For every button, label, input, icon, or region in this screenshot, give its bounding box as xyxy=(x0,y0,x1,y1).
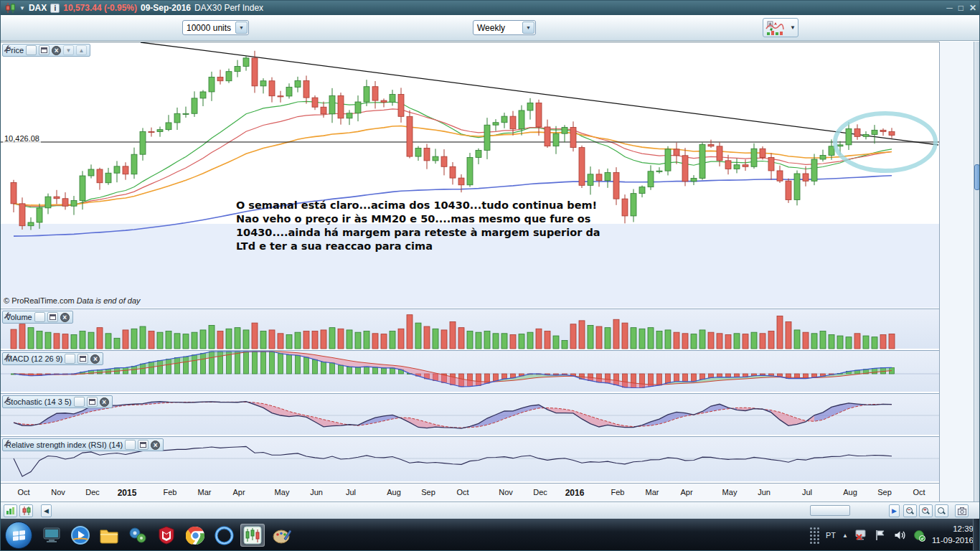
remote-desktop-icon xyxy=(42,527,61,544)
indicators-button[interactable]: ▼ xyxy=(763,18,798,37)
detach-window-icon[interactable] xyxy=(39,45,50,55)
x-axis-label: Dec xyxy=(533,488,547,496)
macd-panel-title: MACD (12 26 9) xyxy=(6,354,62,363)
rsi-panel-header: Relative strength index (RSI) (14) × xyxy=(2,438,164,451)
taskbar-media-player-button[interactable] xyxy=(68,524,93,547)
detach-window-icon[interactable] xyxy=(77,354,88,364)
display-settings-button[interactable] xyxy=(4,504,17,517)
interval-select-value: Weekly xyxy=(473,23,522,33)
sync-gears-icon xyxy=(128,526,148,545)
taskbar-explorer-button[interactable] xyxy=(97,524,121,547)
x-axis-label: Feb xyxy=(611,488,625,496)
symbol-dropdown-caret[interactable]: ▼ xyxy=(19,5,25,11)
start-button[interactable] xyxy=(5,522,32,549)
indicator-chart-icon xyxy=(765,20,784,36)
folder-icon xyxy=(99,527,119,544)
wrench-icon[interactable] xyxy=(65,354,75,364)
value-axis: 12,50012,00011,50011,0009,5009,0008,5008… xyxy=(939,42,974,501)
wrench-icon[interactable] xyxy=(34,312,45,322)
taskbar-remote-desktop-button[interactable] xyxy=(39,524,64,547)
taskbar-prorealtime-button[interactable] xyxy=(240,524,265,547)
volume-panel[interactable]: Volume × xyxy=(1,309,939,349)
taskbar-browser-button[interactable] xyxy=(212,524,236,547)
x-axis-label: Oct xyxy=(456,488,468,496)
chevron-down-icon[interactable]: ▼ xyxy=(522,22,534,34)
tray-toolbar-handle[interactable] xyxy=(810,527,819,544)
tray-date: 11-09-2016 xyxy=(932,535,974,547)
window-titlebar[interactable]: ▼ DAX i 10,573.44 (-0.95%) 09-Sep-2016 D… xyxy=(1,1,980,15)
chart-type-button[interactable] xyxy=(19,504,33,517)
vertical-scrollbar[interactable] xyxy=(974,42,980,501)
language-indicator[interactable]: PT xyxy=(826,531,836,540)
wrench-icon[interactable] xyxy=(125,440,136,450)
detach-window-icon[interactable] xyxy=(87,397,98,407)
units-select[interactable]: 10000 units ▼ xyxy=(182,20,249,35)
x-axis-label: Jun xyxy=(758,488,771,496)
action-center-flag-icon[interactable] xyxy=(874,529,887,542)
snapshot-button[interactable] xyxy=(955,504,969,517)
taskbar-chrome-button[interactable] xyxy=(183,524,207,547)
paint-palette-icon xyxy=(272,527,291,545)
tray-expand-icon[interactable]: ▲ xyxy=(842,532,848,539)
x-axis-label: May xyxy=(722,488,738,496)
taskbar-paint-button[interactable] xyxy=(269,524,293,547)
media-player-icon xyxy=(70,525,90,545)
maximize-button[interactable]: □ xyxy=(958,3,963,13)
x-axis-label: Aug xyxy=(843,488,857,496)
scroll-right-button[interactable]: ▶ xyxy=(889,504,900,517)
horizontal-scrollbar-thumb[interactable] xyxy=(810,505,850,516)
last-price-change: 10,573.44 (-0.95%) xyxy=(63,3,137,13)
chrome-icon xyxy=(186,526,205,545)
detach-window-icon[interactable] xyxy=(138,440,149,450)
vertical-scrollbar-thumb[interactable] xyxy=(974,164,980,190)
close-icon[interactable]: × xyxy=(60,313,70,322)
magnifier-icon xyxy=(938,507,946,515)
zoom-reset-button[interactable] xyxy=(935,504,948,517)
copyright-note: © ProRealTime.com Data is end of day xyxy=(4,296,141,305)
stochastic-panel[interactable]: Stochastic (14 3 5) × xyxy=(1,393,939,435)
tray-clock[interactable]: 12:39 11-09-2016 xyxy=(932,524,974,546)
move-down-icon[interactable]: ▼ xyxy=(63,45,74,55)
move-up-icon[interactable]: ▲ xyxy=(76,45,87,55)
x-axis-label: Sep xyxy=(877,488,892,496)
rsi-panel[interactable]: Relative strength index (RSI) (14) × xyxy=(1,436,939,481)
prorealtime-window: ▼ DAX i 10,573.44 (-0.95%) 09-Sep-2016 D… xyxy=(0,0,980,551)
zoom-in-button[interactable]: + xyxy=(919,504,933,517)
last-date: 09-Sep-2016 xyxy=(141,3,191,13)
candlestick-chart-icon xyxy=(5,3,16,13)
show-desktop-button[interactable] xyxy=(973,519,979,551)
macd-panel[interactable]: MACD (12 26 9) × xyxy=(1,350,939,392)
wrench-icon[interactable] xyxy=(74,397,85,407)
interval-select[interactable]: Weekly ▼ xyxy=(473,20,536,35)
analysis-annotation: O semanal está claro...acima dos 10430..… xyxy=(236,199,603,254)
close-icon[interactable]: × xyxy=(151,441,160,450)
zoom-out-button[interactable]: − xyxy=(903,504,917,517)
x-axis-label: Aug xyxy=(387,488,401,496)
x-axis-label: Sep xyxy=(421,488,435,496)
x-axis-label: Oct xyxy=(17,488,29,496)
taskbar-sync-button[interactable] xyxy=(126,524,150,547)
x-axis-label: Jun xyxy=(310,488,323,496)
minimize-button[interactable]: ─ xyxy=(946,3,953,13)
close-icon[interactable]: × xyxy=(90,354,100,364)
x-axis-label: May xyxy=(275,488,290,496)
chart-toolbar: 10000 units ▼ Weekly ▼ ▼ xyxy=(1,15,980,41)
x-axis-label: Apr xyxy=(232,488,245,496)
info-button[interactable]: i xyxy=(50,4,60,13)
close-icon[interactable]: × xyxy=(52,46,61,55)
taskbar-mcafee-button[interactable] xyxy=(154,524,179,547)
safely-remove-icon[interactable] xyxy=(913,529,925,542)
close-button[interactable]: ✕ xyxy=(969,3,976,13)
detach-window-icon[interactable] xyxy=(47,312,58,322)
chevron-down-icon[interactable]: ▼ xyxy=(235,22,248,34)
wrench-icon[interactable] xyxy=(26,45,37,55)
scroll-left-button[interactable]: ◀ xyxy=(41,504,52,517)
price-panel[interactable]: Price × ▼ ▲ 10,426.08 O semanal está cla… xyxy=(1,42,939,307)
stochastic-panel-header: Stochastic (14 3 5) × xyxy=(2,395,113,408)
x-axis-label: 2016 xyxy=(565,488,585,498)
magnifier-plus-icon: + xyxy=(922,507,930,515)
network-disconnected-icon[interactable] xyxy=(854,529,867,542)
x-axis-label: Nov xyxy=(51,488,65,496)
close-icon[interactable]: × xyxy=(100,397,109,407)
volume-speaker-icon[interactable] xyxy=(893,529,906,542)
